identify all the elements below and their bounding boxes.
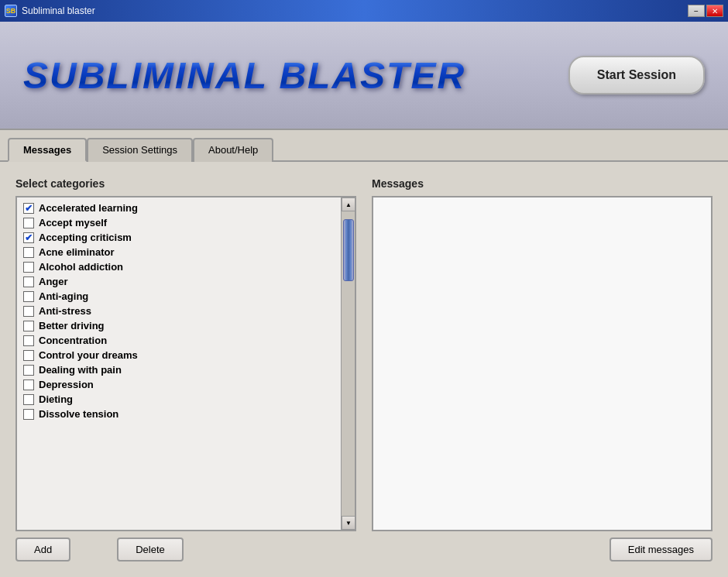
category-label: Accept myself: [39, 217, 107, 228]
category-checkbox[interactable]: [23, 321, 34, 331]
edit-messages-button[interactable]: Edit messages: [610, 538, 713, 562]
list-item[interactable]: ✔Accelerated learning: [20, 201, 338, 215]
category-label: Dieting: [39, 393, 73, 405]
category-label: Alcohol addiction: [39, 261, 123, 273]
left-section: Select categories ✔Accelerated learningA…: [15, 177, 356, 562]
category-checkbox[interactable]: [23, 380, 34, 390]
list-item[interactable]: Concentration: [20, 333, 338, 348]
category-label: Accepting criticism: [39, 232, 132, 243]
category-checkbox[interactable]: [23, 365, 34, 376]
header-area: SUBLIMINAL BLASTER Start Session: [0, 22, 728, 130]
content-panel: Select categories ✔Accelerated learningA…: [0, 162, 728, 577]
category-label: Accelerated learning: [39, 202, 138, 214]
category-checkbox[interactable]: [23, 335, 34, 346]
category-label: Anti-aging: [39, 290, 88, 302]
list-item[interactable]: Dieting: [20, 392, 338, 407]
category-label: Dissolve tension: [39, 408, 118, 420]
categories-title: Select categories: [15, 177, 356, 190]
app-icon: SB: [5, 5, 17, 17]
category-checkbox[interactable]: ✔: [23, 232, 34, 243]
list-item[interactable]: Accept myself: [20, 215, 338, 230]
messages-title: Messages: [372, 177, 713, 190]
title-bar: SB Subliminal blaster − ✕: [0, 0, 728, 22]
category-checkbox[interactable]: [23, 262, 34, 273]
category-label: Anti-stress: [39, 305, 91, 317]
minimize-button[interactable]: −: [688, 5, 705, 17]
add-delete-buttons: Add Delete: [15, 538, 184, 562]
tab-bar: Messages Session Settings About/Help: [0, 130, 728, 162]
list-item[interactable]: Control your dreams: [20, 348, 338, 362]
messages-box: [372, 196, 713, 531]
category-label: Control your dreams: [39, 349, 138, 361]
tab-messages[interactable]: Messages: [8, 138, 87, 162]
scroll-up-button[interactable]: ▲: [342, 197, 355, 211]
scrollbar-track: ▲ ▼: [341, 197, 355, 530]
list-item[interactable]: Dissolve tension: [20, 407, 338, 421]
list-item[interactable]: ✔Accepting criticism: [20, 230, 338, 245]
category-checkbox[interactable]: [23, 394, 34, 405]
tab-about-help[interactable]: About/Help: [193, 138, 273, 162]
left-bottom-buttons: Add Delete: [15, 538, 356, 562]
list-item[interactable]: Acne eliminator: [20, 245, 338, 259]
scrollbar-thumb[interactable]: [343, 219, 354, 281]
category-label: Acne eliminator: [39, 246, 115, 258]
scroll-down-button[interactable]: ▼: [342, 516, 355, 530]
right-section: Messages Edit messages: [372, 177, 713, 562]
category-label: Dealing with pain: [39, 364, 122, 376]
category-label: Better driving: [39, 320, 105, 331]
delete-button[interactable]: Delete: [117, 538, 184, 562]
panel-body: Select categories ✔Accelerated learningA…: [15, 177, 713, 562]
list-item[interactable]: Anti-stress: [20, 304, 338, 318]
category-label: Anger: [39, 276, 68, 287]
list-item[interactable]: Anger: [20, 274, 338, 289]
list-item[interactable]: Anti-aging: [20, 289, 338, 304]
scrollbar-area: [342, 211, 355, 516]
close-button[interactable]: ✕: [706, 5, 723, 17]
main-content: SUBLIMINAL BLASTER Start Session Message…: [0, 22, 728, 577]
add-button[interactable]: Add: [15, 538, 70, 562]
category-checkbox[interactable]: [23, 350, 34, 361]
category-label: Depression: [39, 379, 94, 390]
category-label: Concentration: [39, 335, 107, 346]
list-item[interactable]: Better driving: [20, 318, 338, 333]
app-logo: SUBLIMINAL BLASTER: [23, 54, 465, 97]
list-item[interactable]: Depression: [20, 377, 338, 392]
category-checkbox[interactable]: [23, 409, 34, 420]
list-item[interactable]: Dealing with pain: [20, 362, 338, 377]
category-checkbox[interactable]: [23, 218, 34, 228]
category-checkbox[interactable]: [23, 247, 34, 258]
category-list-container: ✔Accelerated learningAccept myself✔Accep…: [15, 196, 356, 531]
category-checkbox[interactable]: [23, 291, 34, 302]
start-session-button[interactable]: Start Session: [568, 56, 705, 94]
category-checkbox[interactable]: ✔: [23, 203, 34, 214]
category-checkbox[interactable]: [23, 276, 34, 287]
category-checkbox[interactable]: [23, 306, 34, 317]
app-title: Subliminal blaster: [22, 5, 95, 16]
category-list: ✔Accelerated learningAccept myself✔Accep…: [17, 197, 341, 530]
title-bar-left: SB Subliminal blaster: [5, 5, 95, 17]
tab-session-settings[interactable]: Session Settings: [87, 138, 193, 162]
title-controls: − ✕: [688, 5, 723, 17]
list-item[interactable]: Alcohol addiction: [20, 259, 338, 274]
